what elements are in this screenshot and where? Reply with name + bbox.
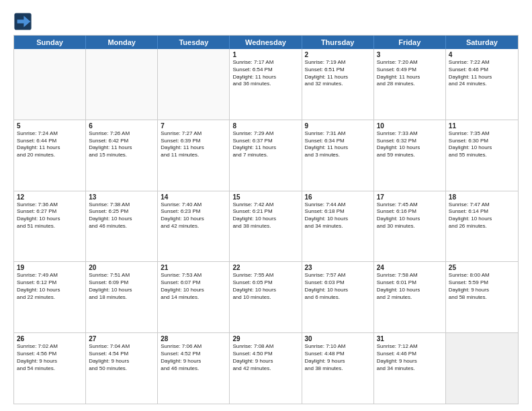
day-cell-13: 13Sunrise: 7:38 AM Sunset: 6:25 PM Dayli… <box>86 191 158 262</box>
day-number: 17 <box>377 193 443 201</box>
cell-info: Sunrise: 7:45 AM Sunset: 6:16 PM Dayligh… <box>377 201 443 230</box>
cell-info: Sunrise: 7:51 AM Sunset: 6:09 PM Dayligh… <box>89 272 154 301</box>
weekday-header-saturday: Saturday <box>446 36 518 49</box>
day-number: 30 <box>305 335 371 342</box>
page: SundayMondayTuesdayWednesdayThursdayFrid… <box>0 0 532 411</box>
weekday-header-monday: Monday <box>86 36 158 49</box>
empty-cell-0-1 <box>86 49 158 120</box>
calendar-row-4: 26Sunrise: 7:02 AM Sunset: 4:56 PM Dayli… <box>14 333 518 404</box>
weekday-header-wednesday: Wednesday <box>230 36 302 49</box>
day-cell-22: 22Sunrise: 7:55 AM Sunset: 6:05 PM Dayli… <box>230 262 302 332</box>
day-number: 20 <box>89 264 154 271</box>
cell-info: Sunrise: 7:55 AM Sunset: 6:05 PM Dayligh… <box>232 272 298 301</box>
calendar-row-3: 19Sunrise: 7:49 AM Sunset: 6:12 PM Dayli… <box>14 262 518 333</box>
calendar-row-1: 5Sunrise: 7:24 AM Sunset: 6:44 PM Daylig… <box>14 120 518 191</box>
day-cell-9: 9Sunrise: 7:31 AM Sunset: 6:34 PM Daylig… <box>302 120 374 191</box>
day-cell-5: 5Sunrise: 7:24 AM Sunset: 6:44 PM Daylig… <box>14 120 86 191</box>
day-cell-8: 8Sunrise: 7:29 AM Sunset: 6:37 PM Daylig… <box>230 120 302 191</box>
day-cell-11: 11Sunrise: 7:35 AM Sunset: 6:30 PM Dayli… <box>446 120 518 191</box>
cell-info: Sunrise: 7:20 AM Sunset: 6:49 PM Dayligh… <box>377 59 443 88</box>
day-number: 16 <box>305 193 371 201</box>
day-cell-23: 23Sunrise: 7:57 AM Sunset: 6:03 PM Dayli… <box>302 262 374 332</box>
logo-icon <box>13 12 32 31</box>
cell-info: Sunrise: 7:49 AM Sunset: 6:12 PM Dayligh… <box>17 272 83 301</box>
day-cell-2: 2Sunrise: 7:19 AM Sunset: 6:51 PM Daylig… <box>302 49 374 120</box>
cell-info: Sunrise: 7:58 AM Sunset: 6:01 PM Dayligh… <box>377 272 443 301</box>
day-number: 25 <box>449 264 515 271</box>
cell-info: Sunrise: 7:19 AM Sunset: 6:51 PM Dayligh… <box>305 59 371 88</box>
cell-info: Sunrise: 7:27 AM Sunset: 6:39 PM Dayligh… <box>161 130 226 159</box>
day-number: 19 <box>17 264 83 271</box>
day-cell-26: 26Sunrise: 7:02 AM Sunset: 4:56 PM Dayli… <box>14 333 86 404</box>
cell-info: Sunrise: 8:00 AM Sunset: 5:59 PM Dayligh… <box>449 272 515 301</box>
day-cell-29: 29Sunrise: 7:08 AM Sunset: 4:50 PM Dayli… <box>230 333 302 404</box>
day-number: 13 <box>89 193 154 201</box>
day-number: 8 <box>232 122 298 130</box>
cell-info: Sunrise: 7:12 AM Sunset: 4:46 PM Dayligh… <box>377 343 443 372</box>
day-cell-14: 14Sunrise: 7:40 AM Sunset: 6:23 PM Dayli… <box>158 191 230 262</box>
cell-info: Sunrise: 7:42 AM Sunset: 6:21 PM Dayligh… <box>232 201 298 230</box>
day-number: 11 <box>449 122 515 130</box>
day-number: 15 <box>232 193 298 201</box>
calendar-header: SundayMondayTuesdayWednesdayThursdayFrid… <box>14 36 518 49</box>
day-number: 3 <box>377 51 443 58</box>
cell-info: Sunrise: 7:47 AM Sunset: 6:14 PM Dayligh… <box>449 201 515 230</box>
day-number: 4 <box>449 51 515 58</box>
day-number: 23 <box>305 264 371 271</box>
day-number: 6 <box>89 122 154 130</box>
cell-info: Sunrise: 7:53 AM Sunset: 6:07 PM Dayligh… <box>161 272 226 301</box>
cell-info: Sunrise: 7:40 AM Sunset: 6:23 PM Dayligh… <box>161 201 226 230</box>
day-cell-12: 12Sunrise: 7:36 AM Sunset: 6:27 PM Dayli… <box>14 191 86 262</box>
day-number: 22 <box>232 264 298 271</box>
weekday-header-tuesday: Tuesday <box>158 36 230 49</box>
day-number: 31 <box>377 335 443 342</box>
cell-info: Sunrise: 7:31 AM Sunset: 6:34 PM Dayligh… <box>305 130 371 159</box>
cell-info: Sunrise: 7:08 AM Sunset: 4:50 PM Dayligh… <box>232 343 298 372</box>
empty-cell-0-0 <box>14 49 86 120</box>
day-cell-25: 25Sunrise: 8:00 AM Sunset: 5:59 PM Dayli… <box>446 262 518 332</box>
day-number: 12 <box>17 193 83 201</box>
day-cell-10: 10Sunrise: 7:33 AM Sunset: 6:32 PM Dayli… <box>374 120 446 191</box>
day-cell-15: 15Sunrise: 7:42 AM Sunset: 6:21 PM Dayli… <box>230 191 302 262</box>
cell-info: Sunrise: 7:04 AM Sunset: 4:54 PM Dayligh… <box>89 343 154 372</box>
calendar-row-2: 12Sunrise: 7:36 AM Sunset: 6:27 PM Dayli… <box>14 191 518 263</box>
day-number: 5 <box>17 122 83 130</box>
day-cell-30: 30Sunrise: 7:10 AM Sunset: 4:48 PM Dayli… <box>302 333 374 404</box>
cell-info: Sunrise: 7:33 AM Sunset: 6:32 PM Dayligh… <box>377 130 443 159</box>
day-cell-1: 1Sunrise: 7:17 AM Sunset: 6:54 PM Daylig… <box>230 49 302 120</box>
day-cell-18: 18Sunrise: 7:47 AM Sunset: 6:14 PM Dayli… <box>446 191 518 262</box>
weekday-header-thursday: Thursday <box>302 36 374 49</box>
cell-info: Sunrise: 7:35 AM Sunset: 6:30 PM Dayligh… <box>449 130 515 159</box>
day-number: 29 <box>232 335 298 342</box>
cell-info: Sunrise: 7:44 AM Sunset: 6:18 PM Dayligh… <box>305 201 371 230</box>
weekday-header-sunday: Sunday <box>14 36 86 49</box>
day-cell-3: 3Sunrise: 7:20 AM Sunset: 6:49 PM Daylig… <box>374 49 446 120</box>
cell-info: Sunrise: 7:22 AM Sunset: 6:46 PM Dayligh… <box>449 59 515 88</box>
cell-info: Sunrise: 7:10 AM Sunset: 4:48 PM Dayligh… <box>305 343 371 372</box>
day-cell-28: 28Sunrise: 7:06 AM Sunset: 4:52 PM Dayli… <box>158 333 230 404</box>
cell-info: Sunrise: 7:36 AM Sunset: 6:27 PM Dayligh… <box>17 201 83 230</box>
day-cell-31: 31Sunrise: 7:12 AM Sunset: 4:46 PM Dayli… <box>374 333 446 404</box>
day-number: 27 <box>89 335 154 342</box>
cell-info: Sunrise: 7:17 AM Sunset: 6:54 PM Dayligh… <box>232 59 298 88</box>
day-cell-16: 16Sunrise: 7:44 AM Sunset: 6:18 PM Dayli… <box>302 191 374 262</box>
cell-info: Sunrise: 7:26 AM Sunset: 6:42 PM Dayligh… <box>89 130 154 159</box>
day-number: 28 <box>161 335 226 342</box>
day-number: 7 <box>161 122 226 130</box>
cell-info: Sunrise: 7:06 AM Sunset: 4:52 PM Dayligh… <box>161 343 226 372</box>
day-number: 14 <box>161 193 226 201</box>
cell-info: Sunrise: 7:57 AM Sunset: 6:03 PM Dayligh… <box>305 272 371 301</box>
day-number: 9 <box>305 122 371 130</box>
cell-info: Sunrise: 7:29 AM Sunset: 6:37 PM Dayligh… <box>232 130 298 159</box>
cell-info: Sunrise: 7:24 AM Sunset: 6:44 PM Dayligh… <box>17 130 83 159</box>
day-number: 10 <box>377 122 443 130</box>
day-cell-20: 20Sunrise: 7:51 AM Sunset: 6:09 PM Dayli… <box>86 262 158 332</box>
empty-cell-0-2 <box>158 49 230 120</box>
header <box>13 12 519 31</box>
day-number: 24 <box>377 264 443 271</box>
calendar-body: 1Sunrise: 7:17 AM Sunset: 6:54 PM Daylig… <box>14 49 518 404</box>
cell-info: Sunrise: 7:02 AM Sunset: 4:56 PM Dayligh… <box>17 343 83 372</box>
day-number: 1 <box>232 51 298 58</box>
logo <box>13 12 35 31</box>
day-cell-17: 17Sunrise: 7:45 AM Sunset: 6:16 PM Dayli… <box>374 191 446 262</box>
